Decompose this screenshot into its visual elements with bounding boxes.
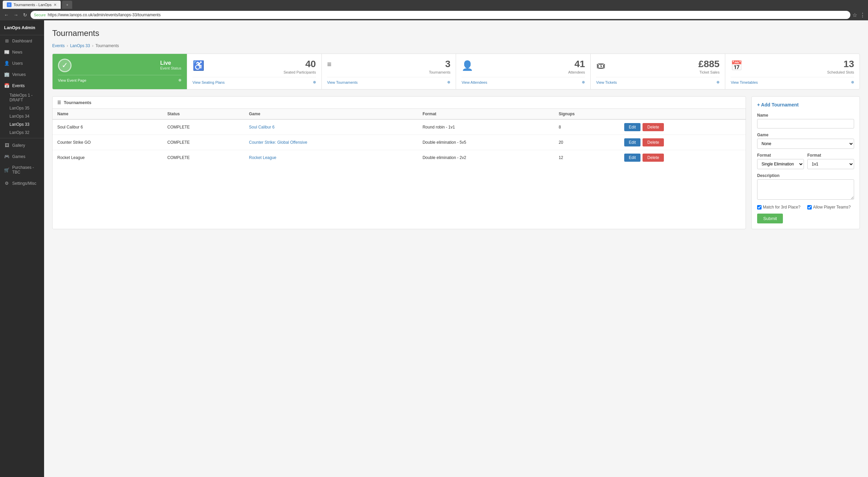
stat-label-tickets: Ticket Sales [698, 70, 719, 74]
sidebar-sub-lanops35[interactable]: LanOps 35 [0, 104, 44, 112]
row3-delete-button[interactable]: Delete [643, 154, 664, 162]
allow-teams-checkbox[interactable] [807, 205, 812, 210]
table-section-title: Tournaments [64, 100, 91, 105]
row1-name: Soul Calibur 6 [53, 119, 163, 135]
sidebar-item-games[interactable]: 🎮 Games [0, 151, 44, 162]
seated-value-group: 40 Seated Participants [283, 59, 316, 74]
sidebar-label-gallery: Gallery [12, 143, 25, 148]
stat-card-top-tournaments: ≡ 3 Tournaments [327, 59, 451, 74]
view-attendees-link[interactable]: View Attendees ⊕ [461, 80, 585, 84]
stat-card-seated: ♿ 40 Seated Participants View Seating Pl… [187, 54, 322, 89]
active-tab[interactable]: T Tournaments - LanOps ✕ [3, 1, 61, 9]
view-tournaments-link[interactable]: View Tournaments ⊕ [327, 80, 451, 84]
stat-value-slots: 13 [827, 59, 854, 69]
sidebar-sub-lanops33[interactable]: LanOps 33 [0, 120, 44, 128]
name-input[interactable] [757, 119, 854, 128]
address-bar[interactable]: Secure https://www.lanops.co.uk/admin/ev… [31, 11, 850, 19]
row3-status: COMPLETE [163, 150, 244, 165]
bookmark-icon[interactable]: ☆ [852, 12, 857, 18]
view-event-page-text: View Event Page [58, 78, 86, 82]
sidebar-item-settings[interactable]: ⚙ Settings/Misc [0, 178, 44, 189]
row1-game-link[interactable]: Soul Calibur 6 [249, 125, 274, 130]
col-actions [619, 109, 746, 119]
stat-link-attendees: View Attendees ⊕ [461, 77, 585, 84]
breadcrumb-lanops33[interactable]: LanOps 33 [70, 43, 90, 48]
sidebar-item-events[interactable]: 📅 Events [0, 80, 44, 91]
submit-button[interactable]: Submit [757, 214, 783, 223]
stat-card-top-tickets: 🎟 £885 Ticket Sales [596, 59, 719, 74]
app-layout: LanOps Admin ⊞ Dashboard 📰 News 👤 Users … [0, 20, 868, 477]
sidebar-label-venues: Venues [12, 72, 26, 77]
format-label: Format [757, 153, 804, 158]
refresh-button[interactable]: ↻ [22, 12, 28, 18]
settings-icon: ⚙ [4, 181, 9, 186]
sidebar-item-purchases[interactable]: 🛒 Purchases - TBC [0, 162, 44, 178]
sidebar-label-purchases: Purchases - TBC [12, 165, 40, 175]
stat-label-status: Event Status [160, 66, 181, 70]
row2-delete-button[interactable]: Delete [643, 138, 664, 146]
row3-edit-button[interactable]: Edit [624, 154, 641, 162]
breadcrumb-sep1: › [67, 43, 68, 48]
sidebar-sub-lanops34[interactable]: LanOps 34 [0, 112, 44, 120]
view-timetables-link[interactable]: View Timetables ⊕ [731, 80, 854, 84]
main-content: Tournaments Events › LanOps 33 › Tournam… [44, 20, 868, 477]
purchases-icon: 🛒 [4, 167, 9, 173]
table-row: Rocket League COMPLETE Rocket League Dou… [53, 150, 746, 165]
sidebar-label-dashboard: Dashboard [12, 39, 32, 43]
row1-edit-button[interactable]: Edit [624, 123, 641, 131]
breadcrumb: Events › LanOps 33 › Tournaments [52, 43, 860, 48]
attendees-icon: 👤 [461, 60, 473, 71]
row1-delete-button[interactable]: Delete [643, 123, 664, 131]
allow-teams-label[interactable]: Allow Player Teams? [807, 205, 851, 210]
attendees-link-icon: ⊕ [582, 80, 585, 84]
tickets-link-icon: ⊕ [716, 80, 719, 84]
breadcrumb-events[interactable]: Events [52, 43, 65, 48]
tournaments-icon: ≡ [327, 60, 332, 69]
stat-card-top-status: ✓ Live Event Status [58, 59, 181, 72]
sidebar-label-events: Events [12, 83, 25, 88]
row1-signups: 8 [554, 119, 619, 135]
row3-game-link[interactable]: Rocket League [249, 155, 276, 160]
venues-icon: 🏢 [4, 72, 9, 77]
breadcrumb-sep2: › [92, 43, 93, 48]
stat-value-attendees: 41 [568, 59, 585, 69]
row3-signups: 12 [554, 150, 619, 165]
row2-actions: Edit Delete [619, 135, 746, 150]
slots-link-icon: ⊕ [851, 80, 854, 84]
new-tab[interactable]: + [62, 1, 72, 9]
back-button[interactable]: ← [3, 12, 10, 18]
sidebar-item-dashboard[interactable]: ⊞ Dashboard [0, 35, 44, 46]
name-label: Name [757, 113, 854, 118]
row2-edit-button[interactable]: Edit [624, 138, 641, 146]
sidebar-item-venues[interactable]: 🏢 Venues [0, 69, 44, 80]
forward-button[interactable]: → [12, 12, 20, 18]
view-tickets-link[interactable]: View Tickets ⊕ [596, 80, 719, 84]
tab-close-button[interactable]: ✕ [54, 3, 57, 7]
match3rd-checkbox[interactable] [757, 205, 762, 210]
sidebar-item-users[interactable]: 👤 Users [0, 58, 44, 69]
events-icon: 📅 [4, 83, 9, 88]
sidebar-sub-tableops1[interactable]: TableOps 1 - DRAFT [0, 91, 44, 104]
sidebar-item-gallery[interactable]: 🖼 Gallery [0, 140, 44, 151]
row2-game-link[interactable]: Counter Strike: Global Offensive [249, 140, 307, 145]
stat-card-top-seated: ♿ 40 Seated Participants [193, 59, 316, 74]
sidebar-item-news[interactable]: 📰 News [0, 46, 44, 58]
stat-value-status: Live [160, 60, 181, 66]
stat-link-status: View Event Page ⊕ [58, 75, 181, 82]
format-select[interactable]: Single Elimination [757, 159, 804, 169]
browser-tabs: T Tournaments - LanOps ✕ + [0, 0, 868, 9]
game-select[interactable]: None [757, 139, 854, 149]
form-title: + Add Tournament [757, 102, 854, 107]
format-type-select[interactable]: 1v1 [807, 159, 854, 169]
users-icon: 👤 [4, 61, 9, 66]
description-textarea[interactable] [757, 179, 854, 200]
view-event-page-link[interactable]: View Event Page ⊕ [58, 78, 181, 82]
match3rd-label[interactable]: Match for 3rd Place? [757, 205, 801, 210]
slots-icon: 📅 [731, 60, 743, 71]
view-seating-plans-link[interactable]: View Seating Plans ⊕ [193, 80, 316, 84]
sidebar-sub-lanops32[interactable]: LanOps 32 [0, 128, 44, 137]
tab-favicon: T [7, 2, 12, 7]
tournaments-table: Name Status Game Format Signups Soul Cal… [53, 109, 746, 165]
format-row: Format Single Elimination Format 1v1 [757, 153, 854, 173]
menu-icon[interactable]: ⋮ [860, 12, 865, 18]
